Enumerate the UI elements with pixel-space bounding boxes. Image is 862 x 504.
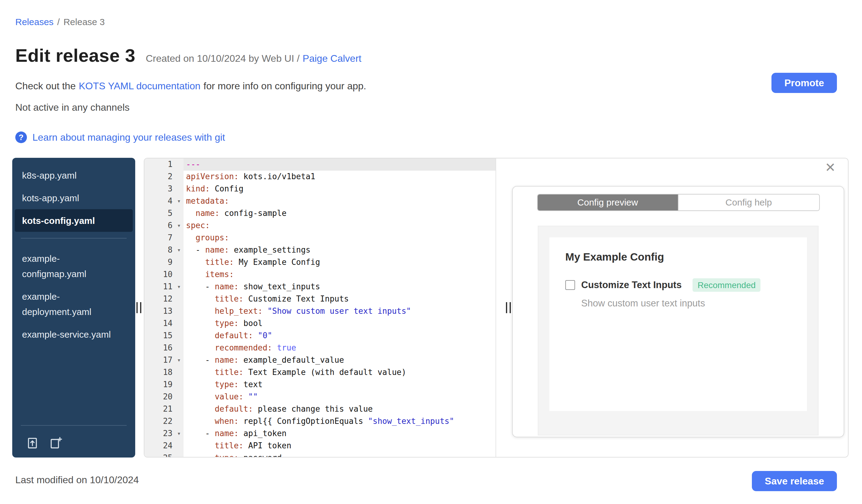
line-gutter: 2 bbox=[144, 171, 184, 183]
line-gutter: 16 bbox=[144, 342, 184, 354]
fold-arrow-icon[interactable]: ▾ bbox=[174, 195, 184, 207]
file-item-example-configmap.yaml[interactable]: example-configmap.yaml bbox=[12, 247, 135, 285]
line-number: 24 bbox=[144, 440, 174, 452]
code-line-8[interactable]: 8▾ - name: example_settings bbox=[144, 244, 496, 256]
code-line-24[interactable]: 24 title: API token bbox=[144, 440, 496, 452]
fold-arrow-icon[interactable]: ▾ bbox=[174, 427, 184, 440]
code-line-23[interactable]: 23▾ - name: api_token bbox=[144, 427, 496, 440]
resize-handle-left[interactable] bbox=[136, 302, 141, 313]
kots-yaml-doc-link[interactable]: KOTS YAML documentation bbox=[79, 81, 200, 92]
code-text: type: password bbox=[184, 452, 496, 457]
question-circle-icon: ? bbox=[15, 132, 27, 143]
git-releases-help-link[interactable]: Learn about managing your releases with … bbox=[32, 132, 225, 143]
line-gutter: 3 bbox=[144, 183, 184, 195]
code-text: groups: bbox=[184, 232, 496, 244]
save-release-button[interactable]: Save release bbox=[752, 471, 837, 491]
tab-config-preview[interactable]: Config preview bbox=[537, 195, 678, 210]
code-text: name: config-sample bbox=[184, 207, 496, 220]
code-text: spec: bbox=[184, 220, 496, 232]
config-item-help-text: Show custom user text inputs bbox=[581, 298, 791, 309]
channel-status: Not active in any channels bbox=[15, 102, 130, 113]
code-line-17[interactable]: 17▾ - name: example_default_value bbox=[144, 354, 496, 367]
code-line-16[interactable]: 16 recommended: true bbox=[144, 342, 496, 354]
code-line-19[interactable]: 19 type: text bbox=[144, 379, 496, 391]
fold-arrow-icon[interactable]: ▾ bbox=[174, 220, 184, 232]
file-item-example-deployment.yaml[interactable]: example-deployment.yaml bbox=[12, 285, 135, 323]
line-gutter: 9 bbox=[144, 256, 184, 268]
line-number: 10 bbox=[144, 268, 174, 281]
doc-info-prefix: Check out the bbox=[15, 81, 76, 92]
fold-spacer bbox=[174, 415, 184, 427]
promote-button[interactable]: Promote bbox=[771, 73, 837, 93]
code-line-6[interactable]: 6▾spec: bbox=[144, 220, 496, 232]
breadcrumb-releases-link[interactable]: Releases bbox=[15, 16, 53, 27]
fold-arrow-icon[interactable]: ▾ bbox=[174, 244, 184, 256]
line-number: 22 bbox=[144, 415, 174, 427]
code-line-13[interactable]: 13 help_text: "Show custom user text inp… bbox=[144, 305, 496, 317]
line-gutter: 18 bbox=[144, 367, 184, 379]
file-item-k8s-app.yaml[interactable]: k8s-app.yaml bbox=[12, 164, 135, 187]
breadcrumb: Releases / Release 3 bbox=[15, 16, 105, 27]
line-gutter: 17▾ bbox=[144, 354, 184, 367]
fold-spacer bbox=[174, 403, 184, 415]
line-gutter: 8▾ bbox=[144, 244, 184, 256]
line-number: 1 bbox=[144, 158, 174, 171]
code-line-2[interactable]: 2apiVersion: kots.io/v1beta1 bbox=[144, 171, 496, 183]
code-text: default: please change this value bbox=[184, 403, 496, 415]
close-icon[interactable]: ✕ bbox=[825, 161, 836, 174]
code-text: - name: show_text_inputs bbox=[184, 281, 496, 293]
code-line-7[interactable]: 7 groups: bbox=[144, 232, 496, 244]
line-gutter: 25 bbox=[144, 452, 184, 457]
resize-handle-right[interactable] bbox=[506, 302, 511, 313]
code-line-21[interactable]: 21 default: please change this value bbox=[144, 403, 496, 415]
line-gutter: 23▾ bbox=[144, 427, 184, 440]
new-file-icon[interactable] bbox=[49, 436, 62, 450]
line-number: 20 bbox=[144, 391, 174, 403]
code-line-3[interactable]: 3kind: Config bbox=[144, 183, 496, 195]
line-gutter: 24 bbox=[144, 440, 184, 452]
code-line-22[interactable]: 22 when: repl{{ ConfigOptionEquals "show… bbox=[144, 415, 496, 427]
code-line-1[interactable]: 1--- bbox=[144, 158, 496, 171]
fold-arrow-icon[interactable]: ▾ bbox=[174, 281, 184, 293]
code-text: recommended: true bbox=[184, 342, 496, 354]
yaml-code-editor[interactable]: 1---2apiVersion: kots.io/v1beta13kind: C… bbox=[144, 158, 496, 457]
fold-spacer bbox=[174, 171, 184, 183]
file-item-kots-app.yaml[interactable]: kots-app.yaml bbox=[12, 187, 135, 209]
file-item-kots-config.yaml[interactable]: kots-config.yaml bbox=[15, 209, 133, 232]
config-item-label[interactable]: Customize Text Inputs bbox=[581, 279, 681, 291]
customize-text-inputs-checkbox[interactable] bbox=[565, 280, 575, 290]
author-link[interactable]: Paige Calvert bbox=[302, 53, 361, 64]
sidebar-footer-divider bbox=[21, 425, 127, 426]
file-sidebar: k8s-app.yamlkots-app.yamlkots-config.yam… bbox=[12, 158, 135, 457]
file-list-bottom: example-configmap.yamlexample-deployment… bbox=[12, 245, 135, 346]
workspace: k8s-app.yamlkots-app.yamlkots-config.yam… bbox=[12, 158, 849, 457]
fold-arrow-icon[interactable]: ▾ bbox=[174, 354, 184, 367]
line-number: 18 bbox=[144, 367, 174, 379]
code-line-9[interactable]: 9 title: My Example Config bbox=[144, 256, 496, 268]
code-line-12[interactable]: 12 title: Customize Text Inputs bbox=[144, 293, 496, 305]
upload-file-icon[interactable] bbox=[26, 436, 39, 450]
code-line-4[interactable]: 4▾metadata: bbox=[144, 195, 496, 207]
code-line-11[interactable]: 11▾ - name: show_text_inputs bbox=[144, 281, 496, 293]
file-item-example-service.yaml[interactable]: example-service.yaml bbox=[12, 323, 135, 346]
line-gutter: 20 bbox=[144, 391, 184, 403]
code-line-18[interactable]: 18 title: Text Example (with default val… bbox=[144, 367, 496, 379]
line-gutter: 1 bbox=[144, 158, 184, 171]
code-text: help_text: "Show custom user text inputs… bbox=[184, 305, 496, 317]
code-line-25[interactable]: 25 type: password bbox=[144, 452, 496, 457]
git-help-row: ? Learn about managing your releases wit… bbox=[15, 132, 225, 143]
line-number: 16 bbox=[144, 342, 174, 354]
tab-config-help[interactable]: Config help bbox=[678, 195, 819, 210]
doc-info-row: Check out the KOTS YAML documentation fo… bbox=[15, 81, 366, 92]
code-line-10[interactable]: 10 items: bbox=[144, 268, 496, 281]
code-line-5[interactable]: 5 name: config-sample bbox=[144, 207, 496, 220]
code-line-14[interactable]: 14 type: bool bbox=[144, 317, 496, 330]
fold-spacer bbox=[174, 452, 184, 457]
line-number: 9 bbox=[144, 256, 174, 268]
code-line-15[interactable]: 15 default: "0" bbox=[144, 330, 496, 342]
fold-spacer bbox=[174, 268, 184, 281]
code-text: value: "" bbox=[184, 391, 496, 403]
code-line-20[interactable]: 20 value: "" bbox=[144, 391, 496, 403]
line-gutter: 7 bbox=[144, 232, 184, 244]
line-gutter: 13 bbox=[144, 305, 184, 317]
